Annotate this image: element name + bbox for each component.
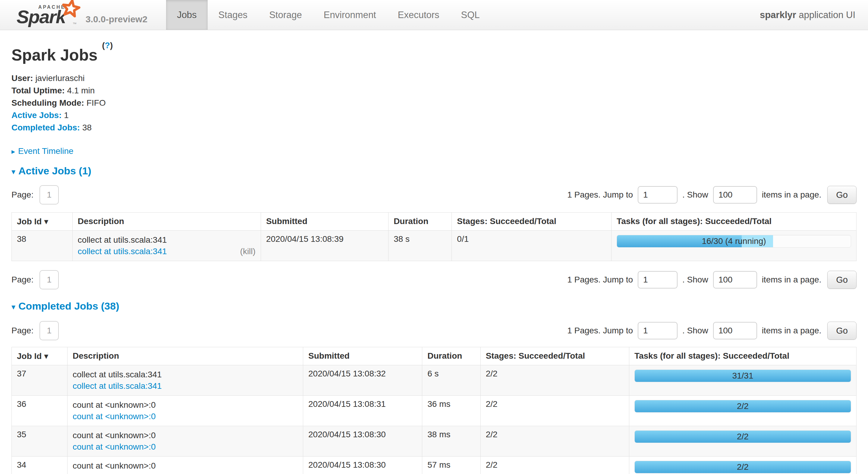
- page-number-box[interactable]: 1: [39, 270, 59, 290]
- stages-cell: 2/2: [480, 365, 629, 396]
- top-navbar: APACHE Spark ™ 3.0.0-preview2 Jobs Stage…: [0, 0, 868, 30]
- col-submitted[interactable]: Submitted: [261, 213, 388, 231]
- duration-cell: 57 ms: [422, 456, 480, 474]
- active-jobs-table: Job Id ▾ Description Submitted Duration …: [11, 212, 857, 261]
- collapse-arrow-icon: ▾: [11, 302, 16, 311]
- duration-cell: 38 s: [389, 231, 452, 261]
- description-cell: count at <unknown>:0 count at <unknown>:…: [67, 456, 303, 474]
- col-duration[interactable]: Duration: [389, 213, 452, 231]
- active-jobs-heading[interactable]: ▾Active Jobs (1): [11, 165, 857, 177]
- jump-to-page-input[interactable]: [638, 271, 678, 289]
- spark-star-icon: [60, 0, 82, 20]
- col-submitted[interactable]: Submitted: [303, 347, 422, 365]
- stages-cell: 2/2: [480, 396, 629, 426]
- col-tasks[interactable]: Tasks (for all stages): Succeeded/Total: [629, 347, 856, 365]
- submitted-cell: 2020/04/15 13:08:30: [303, 426, 422, 456]
- col-tasks[interactable]: Tasks (for all stages): Succeeded/Total: [612, 213, 857, 231]
- completed-jobs-heading[interactable]: ▾Completed Jobs (38): [11, 300, 857, 312]
- progress-label: 31/31: [635, 370, 851, 382]
- info-scheduling-mode: Scheduling Mode: FIFO: [11, 97, 857, 109]
- job-description-link[interactable]: count at <unknown>:0: [73, 411, 156, 422]
- description-cell: count at <unknown>:0 count at <unknown>:…: [67, 396, 303, 426]
- kill-link[interactable]: (kill): [240, 246, 255, 257]
- job-id-cell: 34: [12, 456, 67, 474]
- tab-executors[interactable]: Executors: [387, 0, 450, 30]
- go-button[interactable]: Go: [827, 186, 857, 204]
- description-cell: collect at utils.scala:341 collect at ut…: [72, 231, 261, 261]
- tab-stages[interactable]: Stages: [208, 0, 258, 30]
- page-number-box[interactable]: 1: [39, 185, 59, 204]
- job-description-link[interactable]: collect at utils.scala:341: [78, 246, 167, 257]
- info-user: User: javierluraschi: [11, 72, 857, 84]
- col-stages[interactable]: Stages: Succeeded/Total: [452, 213, 612, 231]
- items-per-page-input[interactable]: [713, 271, 757, 289]
- task-progress-bar: 16/30 (4 running): [617, 235, 851, 247]
- jump-to-page-input[interactable]: [638, 186, 678, 204]
- completed-pagination-top: Page: 1 1 Pages. Jump to . Show items in…: [11, 321, 857, 340]
- submitted-cell: 2020/04/15 13:08:31: [303, 396, 422, 426]
- job-description-link[interactable]: count at <unknown>:0: [73, 472, 156, 474]
- table-header-row: Job Id ▾ Description Submitted Duration …: [12, 347, 857, 365]
- pages-jump-text: 1 Pages. Jump to: [567, 275, 633, 284]
- info-completed-jobs: Completed Jobs: 38: [11, 121, 857, 134]
- progress-label: 16/30 (4 running): [617, 235, 851, 247]
- spark-wordmark: Spark: [17, 6, 65, 27]
- spark-brand: APACHE Spark ™ 3.0.0-preview2: [17, 0, 147, 30]
- job-description-link[interactable]: count at <unknown>:0: [73, 441, 156, 452]
- application-name: sparklyr: [760, 10, 796, 21]
- info-active-jobs: Active Jobs: 1: [11, 109, 857, 121]
- col-description[interactable]: Description: [72, 213, 261, 231]
- items-text: items in a page.: [762, 190, 822, 200]
- items-per-page-input[interactable]: [713, 322, 757, 339]
- col-duration[interactable]: Duration: [422, 347, 480, 365]
- submitted-cell: 2020/04/15 13:08:30: [303, 456, 422, 474]
- tab-storage[interactable]: Storage: [258, 0, 313, 30]
- progress-label: 2/2: [635, 461, 851, 473]
- description-cell: collect at utils.scala:341 collect at ut…: [67, 365, 303, 396]
- job-id-cell: 36: [12, 396, 67, 426]
- spark-logo: APACHE Spark ™: [17, 0, 82, 30]
- submitted-cell: 2020/04/15 13:08:39: [261, 231, 388, 261]
- job-description-link[interactable]: collect at utils.scala:341: [73, 380, 162, 392]
- application-title-suffix: application UI: [796, 10, 855, 21]
- tasks-cell: 2/2: [629, 456, 856, 474]
- expand-arrow-icon: ▸: [11, 147, 15, 156]
- table-row: 37 collect at utils.scala:341 collect at…: [12, 365, 857, 396]
- tab-jobs[interactable]: Jobs: [166, 0, 207, 30]
- page-number-box[interactable]: 1: [39, 321, 59, 340]
- job-id-cell: 37: [12, 365, 67, 396]
- col-job-id[interactable]: Job Id ▾: [12, 213, 73, 231]
- table-row: 38 collect at utils.scala:341 collect at…: [12, 231, 857, 261]
- active-pagination-bottom: Page: 1 1 Pages. Jump to . Show items in…: [11, 270, 857, 290]
- items-per-page-input[interactable]: [713, 186, 757, 204]
- completed-jobs-link[interactable]: Completed Jobs:: [11, 123, 80, 132]
- event-timeline-toggle[interactable]: ▸Event Timeline: [11, 146, 857, 156]
- job-id-cell: 35: [12, 426, 67, 456]
- pages-jump-text: 1 Pages. Jump to: [567, 326, 633, 336]
- tasks-cell: 16/30 (4 running): [612, 231, 857, 261]
- col-stages[interactable]: Stages: Succeeded/Total: [480, 347, 629, 365]
- tab-environment[interactable]: Environment: [313, 0, 387, 30]
- task-progress-bar: 2/2: [634, 461, 851, 473]
- tab-sql[interactable]: SQL: [450, 0, 491, 30]
- stages-cell: 2/2: [480, 426, 629, 456]
- submitted-cell: 2020/04/15 13:08:32: [303, 365, 422, 396]
- progress-label: 2/2: [635, 400, 851, 412]
- collapse-arrow-icon: ▾: [11, 167, 16, 176]
- active-pagination-top: Page: 1 1 Pages. Jump to . Show items in…: [11, 185, 857, 204]
- show-text: . Show: [682, 190, 708, 200]
- jump-to-page-input[interactable]: [638, 322, 678, 339]
- go-button[interactable]: Go: [827, 271, 857, 289]
- trademark-symbol: ™: [73, 22, 76, 26]
- active-jobs-link[interactable]: Active Jobs:: [11, 110, 62, 120]
- items-text: items in a page.: [762, 326, 822, 336]
- help-link[interactable]: (?): [102, 41, 113, 50]
- nav-tabs: Jobs Stages Storage Environment Executor…: [166, 0, 490, 30]
- stages-cell: 0/1: [452, 231, 612, 261]
- summary-info: User: javierluraschi Total Uptime: 4.1 m…: [11, 72, 857, 134]
- duration-cell: 38 ms: [422, 426, 480, 456]
- job-id-cell: 38: [12, 231, 73, 261]
- col-job-id[interactable]: Job Id ▾: [12, 347, 67, 365]
- go-button[interactable]: Go: [827, 321, 857, 340]
- col-description[interactable]: Description: [67, 347, 303, 365]
